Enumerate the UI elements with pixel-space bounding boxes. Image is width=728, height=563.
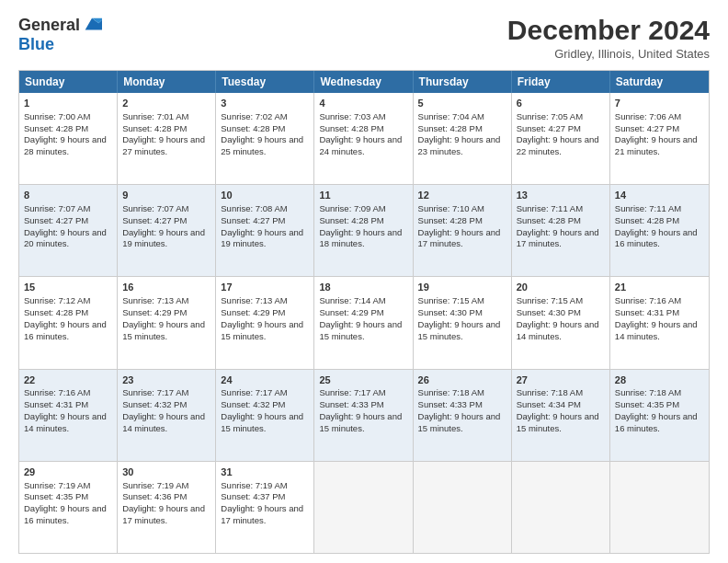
day-cell-23: 23Sunrise: 7:17 AMSunset: 4:32 PMDayligh… — [118, 370, 216, 461]
daylight-text: Daylight: 9 hours and 14 minutes. — [517, 319, 599, 341]
day-number: 1 — [24, 97, 112, 110]
day-number: 10 — [221, 189, 309, 202]
day-number: 25 — [319, 373, 407, 387]
sunset-text: Sunset: 4:28 PM — [615, 215, 679, 225]
sunrise-text: Sunrise: 7:08 AM — [221, 203, 287, 213]
day-cell-18: 18Sunrise: 7:14 AMSunset: 4:29 PMDayligh… — [314, 277, 413, 368]
daylight-text: Daylight: 9 hours and 27 minutes. — [122, 134, 205, 156]
header: General Blue December 2024 Gridley, Illi… — [18, 15, 710, 61]
sunset-text: Sunset: 4:31 PM — [615, 307, 679, 317]
daylight-text: Daylight: 9 hours and 16 minutes. — [24, 503, 107, 525]
day-number: 30 — [122, 465, 210, 479]
calendar-body: 1Sunrise: 7:00 AMSunset: 4:28 PMDaylight… — [19, 93, 709, 553]
day-cell-2: 2Sunrise: 7:01 AMSunset: 4:28 PMDaylight… — [118, 93, 216, 184]
sunrise-text: Sunrise: 7:13 AM — [122, 295, 188, 305]
sunrise-text: Sunrise: 7:19 AM — [122, 480, 188, 490]
daylight-text: Daylight: 9 hours and 17 minutes. — [517, 227, 599, 249]
day-number: 7 — [615, 97, 704, 110]
sunset-text: Sunset: 4:32 PM — [122, 399, 187, 409]
calendar-header: SundayMondayTuesdayWednesdayThursdayFrid… — [19, 71, 709, 93]
sunrise-text: Sunrise: 7:14 AM — [319, 295, 385, 305]
day-number: 15 — [24, 281, 112, 294]
day-number: 24 — [221, 373, 309, 387]
daylight-text: Daylight: 9 hours and 15 minutes. — [221, 411, 303, 433]
header-day-sunday: Sunday — [19, 71, 118, 93]
day-number: 26 — [418, 373, 506, 387]
day-cell-19: 19Sunrise: 7:15 AMSunset: 4:30 PMDayligh… — [414, 277, 512, 368]
day-cell-7: 7Sunrise: 7:06 AMSunset: 4:27 PMDaylight… — [610, 93, 709, 184]
sunrise-text: Sunrise: 7:07 AM — [24, 203, 90, 213]
sunrise-text: Sunrise: 7:03 AM — [319, 111, 385, 121]
day-cell-4: 4Sunrise: 7:03 AMSunset: 4:28 PMDaylight… — [314, 93, 413, 184]
day-number: 23 — [122, 373, 210, 387]
sunset-text: Sunset: 4:28 PM — [319, 123, 383, 133]
sunrise-text: Sunrise: 7:19 AM — [221, 480, 287, 490]
sunrise-text: Sunrise: 7:01 AM — [122, 111, 188, 121]
sunset-text: Sunset: 4:37 PM — [221, 491, 285, 501]
day-number: 13 — [517, 189, 605, 202]
sunrise-text: Sunrise: 7:10 AM — [418, 203, 484, 213]
day-cell-9: 9Sunrise: 7:07 AMSunset: 4:27 PMDaylight… — [118, 185, 216, 276]
sunrise-text: Sunrise: 7:18 AM — [418, 387, 484, 397]
header-day-friday: Friday — [512, 71, 610, 93]
sunset-text: Sunset: 4:34 PM — [517, 399, 581, 409]
day-cell-16: 16Sunrise: 7:13 AMSunset: 4:29 PMDayligh… — [118, 277, 216, 368]
day-cell-13: 13Sunrise: 7:11 AMSunset: 4:28 PMDayligh… — [512, 185, 610, 276]
day-cell-24: 24Sunrise: 7:17 AMSunset: 4:32 PMDayligh… — [216, 370, 314, 461]
day-cell-31: 31Sunrise: 7:19 AMSunset: 4:37 PMDayligh… — [216, 462, 314, 553]
sunset-text: Sunset: 4:35 PM — [24, 491, 88, 501]
day-cell-1: 1Sunrise: 7:00 AMSunset: 4:28 PMDaylight… — [19, 93, 118, 184]
sunset-text: Sunset: 4:30 PM — [418, 307, 483, 317]
sunrise-text: Sunrise: 7:09 AM — [319, 203, 385, 213]
daylight-text: Daylight: 9 hours and 20 minutes. — [24, 227, 107, 249]
daylight-text: Daylight: 9 hours and 15 minutes. — [221, 319, 303, 341]
daylight-text: Daylight: 9 hours and 18 minutes. — [319, 227, 402, 249]
sunrise-text: Sunrise: 7:19 AM — [24, 480, 90, 490]
sunrise-text: Sunrise: 7:17 AM — [122, 387, 188, 397]
sunset-text: Sunset: 4:28 PM — [418, 215, 483, 225]
daylight-text: Daylight: 9 hours and 14 minutes. — [615, 319, 698, 341]
logo-general-text: General — [18, 16, 80, 35]
daylight-text: Daylight: 9 hours and 19 minutes. — [122, 227, 205, 249]
day-cell-29: 29Sunrise: 7:19 AMSunset: 4:35 PMDayligh… — [19, 462, 118, 553]
sunset-text: Sunset: 4:32 PM — [221, 399, 285, 409]
logo: General Blue — [18, 15, 102, 54]
day-cell-14: 14Sunrise: 7:11 AMSunset: 4:28 PMDayligh… — [610, 185, 709, 276]
daylight-text: Daylight: 9 hours and 14 minutes. — [24, 411, 107, 433]
day-number: 19 — [418, 281, 506, 294]
sunset-text: Sunset: 4:36 PM — [122, 491, 187, 501]
sunset-text: Sunset: 4:33 PM — [418, 399, 483, 409]
daylight-text: Daylight: 9 hours and 15 minutes. — [418, 411, 501, 433]
day-number: 21 — [615, 281, 704, 294]
header-day-thursday: Thursday — [414, 71, 512, 93]
day-cell-30: 30Sunrise: 7:19 AMSunset: 4:36 PMDayligh… — [118, 462, 216, 553]
sunset-text: Sunset: 4:29 PM — [122, 307, 187, 317]
sunset-text: Sunset: 4:28 PM — [319, 215, 383, 225]
day-number: 16 — [122, 281, 210, 294]
day-cell-10: 10Sunrise: 7:08 AMSunset: 4:27 PMDayligh… — [216, 185, 314, 276]
daylight-text: Daylight: 9 hours and 16 minutes. — [24, 319, 107, 341]
daylight-text: Daylight: 9 hours and 28 minutes. — [24, 134, 107, 156]
day-number: 27 — [517, 373, 605, 387]
daylight-text: Daylight: 9 hours and 22 minutes. — [517, 134, 599, 156]
day-cell-17: 17Sunrise: 7:13 AMSunset: 4:29 PMDayligh… — [216, 277, 314, 368]
daylight-text: Daylight: 9 hours and 16 minutes. — [615, 411, 698, 433]
sunrise-text: Sunrise: 7:00 AM — [24, 111, 90, 121]
sunset-text: Sunset: 4:27 PM — [615, 123, 679, 133]
empty-cell-4-6 — [610, 462, 709, 553]
sunrise-text: Sunrise: 7:17 AM — [221, 387, 287, 397]
daylight-text: Daylight: 9 hours and 15 minutes. — [319, 319, 402, 341]
daylight-text: Daylight: 9 hours and 24 minutes. — [319, 134, 402, 156]
sunrise-text: Sunrise: 7:05 AM — [517, 111, 583, 121]
empty-cell-4-5 — [512, 462, 610, 553]
day-cell-20: 20Sunrise: 7:15 AMSunset: 4:30 PMDayligh… — [512, 277, 610, 368]
daylight-text: Daylight: 9 hours and 23 minutes. — [418, 134, 501, 156]
header-day-tuesday: Tuesday — [216, 71, 314, 93]
sunrise-text: Sunrise: 7:11 AM — [615, 203, 681, 213]
day-cell-11: 11Sunrise: 7:09 AMSunset: 4:28 PMDayligh… — [314, 185, 413, 276]
day-number: 12 — [418, 189, 506, 202]
empty-cell-4-4 — [414, 462, 512, 553]
daylight-text: Daylight: 9 hours and 17 minutes. — [122, 503, 205, 525]
sunset-text: Sunset: 4:28 PM — [24, 307, 88, 317]
day-cell-25: 25Sunrise: 7:17 AMSunset: 4:33 PMDayligh… — [314, 370, 413, 461]
